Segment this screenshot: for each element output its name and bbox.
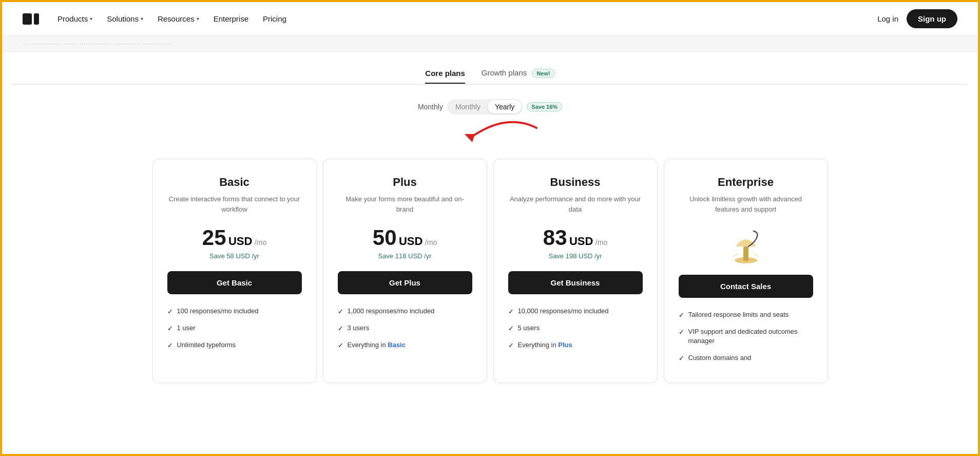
nav-products[interactable]: Products ▾ [57, 14, 92, 23]
feature-enterprise-2: ✓ VIP support and dedicated outcomes man… [679, 327, 813, 346]
feature-basic-2-text: 1 user [177, 324, 196, 333]
nav-products-label: Products [57, 14, 88, 23]
get-business-button[interactable]: Get Business [508, 271, 643, 294]
check-icon: ✓ [679, 354, 684, 363]
tab-core-label: Core plans [425, 69, 465, 78]
plan-basic-save: Save 58 USD /yr [167, 252, 302, 260]
get-plus-button[interactable]: Get Plus [338, 271, 472, 294]
nav-enterprise[interactable]: Enterprise [214, 14, 248, 23]
signup-button[interactable]: Sign up [907, 9, 957, 28]
check-icon: ✓ [338, 324, 343, 333]
nav-solutions-chevron-icon: ▾ [141, 16, 143, 22]
plan-card-enterprise: Enterprise Unlock limitless growth with … [664, 159, 828, 383]
plan-basic-price: 25 USD /mo [167, 225, 302, 250]
feature-basic-1: ✓ 100 responses/mo included [167, 307, 302, 316]
svg-line-4 [754, 254, 759, 257]
nav-products-chevron-icon: ▾ [90, 16, 92, 22]
check-icon: ✓ [679, 328, 684, 337]
feature-business-highlight: Plus [558, 341, 572, 349]
contact-sales-button[interactable]: Contact Sales [679, 275, 813, 298]
nav-solutions-label: Solutions [107, 14, 139, 23]
get-basic-button[interactable]: Get Basic [167, 271, 302, 294]
breadcrumb-bar: ··· ················ ······· ···········… [2, 36, 978, 52]
svg-rect-2 [743, 246, 748, 261]
plan-basic-desc: Create interactive forms that connect to… [167, 194, 302, 214]
toggle-pill: Monthly Yearly [447, 99, 523, 115]
plan-basic-currency: USD [228, 235, 252, 248]
feature-business-1-text: 10,000 responses/mo included [518, 307, 609, 316]
feature-business-2-text: 5 users [518, 324, 540, 333]
feature-enterprise-2-text: VIP support and dedicated outcomes manag… [688, 327, 813, 346]
feature-enterprise-1: ✓ Tailored response limits and seats [679, 310, 813, 320]
nav-links: Products ▾ Solutions ▾ Resources ▾ Enter… [57, 14, 286, 23]
check-icon: ✓ [167, 307, 173, 316]
toggle-yearly[interactable]: Yearly [488, 100, 522, 113]
feature-plus-1-text: 1,000 responses/mo included [348, 307, 435, 316]
nav-enterprise-label: Enterprise [214, 14, 248, 23]
plan-business-features: ✓ 10,000 responses/mo included ✓ 5 users… [508, 307, 643, 351]
pricing-cards: Basic Create interactive forms that conn… [12, 159, 968, 383]
save-badge: Save 16% [527, 102, 562, 111]
plan-business-save: Save 198 USD /yr [508, 252, 643, 260]
check-icon: ✓ [679, 311, 684, 320]
tab-growth-plans[interactable]: Growth plans New! [482, 68, 555, 84]
main-content: Core plans Growth plans New! Monthly Mon… [2, 52, 978, 383]
svg-marker-0 [465, 134, 475, 142]
plan-business-price: 83 USD /mo [508, 225, 643, 250]
plan-basic-features: ✓ 100 responses/mo included ✓ 1 user ✓ U… [167, 307, 302, 351]
enterprise-image-icon [720, 227, 772, 265]
feature-plus-1: ✓ 1,000 responses/mo included [338, 307, 472, 316]
plan-basic-amount: 25 [202, 225, 226, 250]
logo [23, 13, 39, 25]
logo-block-2 [34, 13, 39, 25]
arrow-container [12, 123, 968, 154]
tab-growth-label: Growth plans [482, 68, 527, 77]
check-icon: ✓ [167, 324, 173, 333]
plan-basic-title: Basic [167, 176, 302, 189]
feature-basic-3: ✓ Unlimited typeforms [167, 340, 302, 350]
plan-business-title: Business [508, 176, 643, 189]
navbar-left: Products ▾ Solutions ▾ Resources ▾ Enter… [23, 13, 286, 25]
feature-basic-3-text: Unlimited typeforms [177, 340, 236, 350]
plan-business-currency: USD [569, 235, 593, 248]
breadcrumb-text: ··· ················ ······· ···········… [23, 40, 172, 47]
plan-business-desc: Analyze performance and do more with you… [508, 194, 643, 214]
nav-resources-label: Resources [158, 14, 195, 23]
feature-business-3-text: Everything in Plus [518, 340, 572, 350]
feature-enterprise-3: ✓ Custom domains and [679, 353, 813, 363]
login-button[interactable]: Log in [877, 14, 898, 23]
feature-plus-highlight: Basic [388, 341, 406, 349]
plan-enterprise-title: Enterprise [679, 176, 813, 189]
plan-card-business: Business Analyze performance and do more… [493, 159, 658, 383]
check-icon: ✓ [508, 341, 514, 350]
navbar-right: Log in Sign up [877, 9, 957, 28]
feature-plus-3: ✓ Everything in Basic [338, 340, 472, 350]
feature-plus-2: ✓ 3 users [338, 324, 472, 333]
tab-core-plans[interactable]: Core plans [425, 69, 465, 84]
feature-business-1: ✓ 10,000 responses/mo included [508, 307, 643, 316]
billing-toggle: Monthly Monthly Yearly Save 16% [12, 99, 968, 115]
plan-plus-title: Plus [338, 176, 472, 189]
svg-line-3 [733, 254, 738, 257]
toggle-monthly[interactable]: Monthly [448, 100, 488, 113]
feature-enterprise-3-text: Custom domains and [688, 353, 752, 363]
plan-enterprise-desc: Unlock limitless growth with advanced fe… [679, 194, 813, 214]
feature-business-3: ✓ Everything in Plus [508, 340, 643, 350]
check-icon: ✓ [338, 341, 343, 350]
plan-plus-period: /mo [425, 238, 437, 246]
new-badge: New! [532, 69, 554, 78]
check-icon: ✓ [338, 307, 343, 316]
plan-basic-period: /mo [255, 238, 266, 246]
nav-resources[interactable]: Resources ▾ [158, 14, 199, 23]
feature-basic-1-text: 100 responses/mo included [177, 307, 259, 316]
nav-pricing[interactable]: Pricing [263, 14, 286, 23]
check-icon: ✓ [508, 307, 514, 316]
plan-plus-features: ✓ 1,000 responses/mo included ✓ 3 users … [338, 307, 472, 351]
monthly-label[interactable]: Monthly [418, 103, 443, 111]
feature-basic-2: ✓ 1 user [167, 324, 302, 333]
feature-plus-2-text: 3 users [348, 324, 370, 333]
nav-solutions[interactable]: Solutions ▾ [107, 14, 143, 23]
check-icon: ✓ [508, 324, 514, 333]
feature-business-2: ✓ 5 users [508, 324, 643, 333]
plan-plus-price: 50 USD /mo [338, 225, 472, 250]
